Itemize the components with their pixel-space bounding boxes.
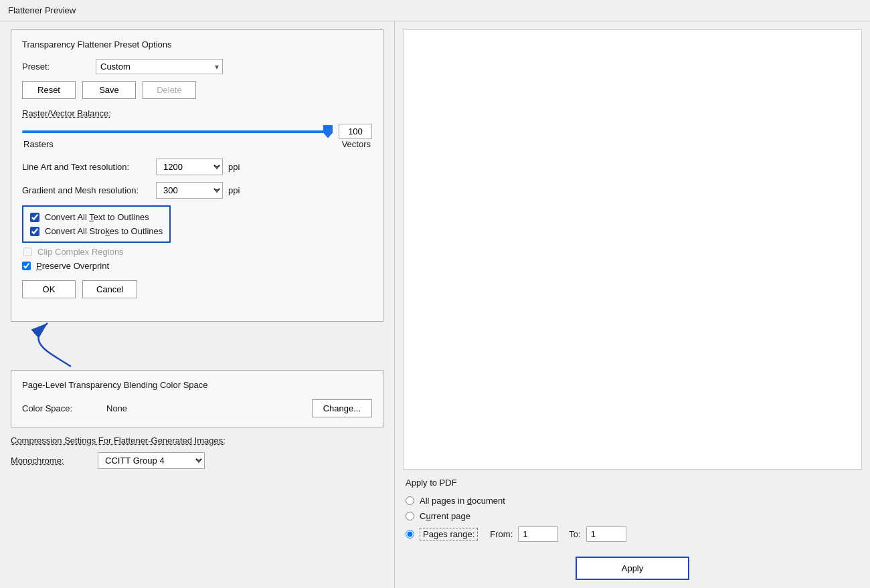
cancel-button[interactable]: Cancel	[82, 280, 137, 298]
color-space-label: Color Space:	[22, 403, 96, 413]
preserve-overprint-checkbox[interactable]	[22, 262, 31, 270]
apply-to-pdf-title: Apply to PDF	[406, 478, 859, 488]
to-label: To:	[569, 529, 580, 539]
all-pages-label[interactable]: All pages in document	[420, 496, 505, 506]
rasters-label: Rasters	[23, 139, 54, 149]
change-button[interactable]: Change...	[312, 399, 372, 417]
raster-vector-section: Raster/Vector Balance: Rasters Vectors	[22, 108, 372, 149]
preset-btn-row: Reset Save Delete	[22, 81, 372, 99]
all-pages-row: All pages in document	[406, 496, 859, 506]
preset-label: Preset:	[22, 62, 96, 72]
convert-text-label[interactable]: Convert All Text to Outlines	[45, 212, 149, 222]
clip-complex-checkbox[interactable]	[23, 248, 32, 256]
convert-strokes-checkbox[interactable]	[30, 227, 39, 236]
save-button[interactable]: Save	[82, 81, 136, 99]
clip-complex-label: Clip Complex Regions	[37, 247, 124, 257]
color-space-section: Page-Level Transparency Blending Color S…	[11, 370, 383, 427]
transparency-section-title: Transparency Flattener Preset Options	[22, 39, 372, 50]
checkbox-section: Convert All Text to Outlines Convert All…	[22, 205, 372, 271]
current-page-label[interactable]: Current page	[420, 511, 470, 521]
convert-strokes-row: Convert All Strokes to Outlines	[30, 226, 163, 236]
from-input[interactable]	[518, 526, 558, 542]
ok-cancel-row: OK Cancel	[22, 280, 372, 298]
convert-text-checkbox[interactable]	[30, 213, 39, 222]
clip-complex-row: Clip Complex Regions	[22, 247, 372, 257]
pages-range-row: Pages range: From: To:	[406, 526, 859, 542]
right-panel: Apply to PDF All pages in document Curre…	[395, 21, 870, 588]
all-pages-radio[interactable]	[406, 496, 414, 505]
transparency-section: Transparency Flattener Preset Options Pr…	[11, 29, 383, 322]
slider-value-input[interactable]	[339, 124, 372, 139]
window-title: Flattener Preview	[8, 5, 76, 15]
current-page-row: Current page	[406, 511, 859, 521]
to-input[interactable]	[586, 526, 626, 542]
monochrome-label: Monochrome:	[11, 456, 98, 466]
preview-area	[403, 29, 862, 470]
monochrome-row: Monochrome: CCITT Group 4 CCITT Group 3 …	[11, 452, 383, 469]
color-space-row: Color Space: None Change...	[22, 399, 372, 417]
arrow-area	[11, 330, 383, 370]
raster-vector-labels: Rasters Vectors	[22, 139, 372, 149]
checkbox-group-box: Convert All Text to Outlines Convert All…	[22, 205, 171, 243]
gradient-unit: ppi	[228, 185, 240, 195]
gradient-select[interactable]: 72 150 300 600 1200	[156, 182, 223, 199]
annotation-arrow	[11, 316, 91, 370]
line-art-label: Line Art and Text resolution:	[22, 162, 156, 172]
pages-range-label: Pages range:	[420, 528, 478, 541]
preserve-overprint-label[interactable]: Preserve Overprint	[36, 261, 109, 271]
slider-thumb[interactable]	[323, 125, 333, 138]
compression-title: Compression Settings For Flattener-Gener…	[11, 435, 383, 446]
gradient-label: Gradient and Mesh resolution:	[22, 185, 156, 195]
left-panel: Transparency Flattener Preset Options Pr…	[0, 21, 395, 588]
reset-button[interactable]: Reset	[22, 81, 76, 99]
slider-fill	[22, 130, 332, 133]
raster-vector-label: Raster/Vector Balance:	[22, 108, 372, 118]
line-art-select-wrapper[interactable]: 72 150 300 600 1200 2400	[156, 159, 223, 175]
convert-strokes-label[interactable]: Convert All Strokes to Outlines	[45, 226, 163, 236]
pages-range-radio[interactable]	[406, 530, 414, 538]
apply-button[interactable]: Apply	[576, 557, 689, 580]
pages-range-label-wrapper[interactable]: Pages range:	[420, 529, 478, 539]
convert-text-row: Convert All Text to Outlines	[30, 212, 163, 222]
apply-btn-row: Apply	[395, 550, 870, 588]
preset-row: Preset: Custom Low Resolution Medium Res…	[22, 59, 372, 74]
delete-button[interactable]: Delete	[143, 81, 196, 99]
line-art-row: Line Art and Text resolution: 72 150 300…	[22, 159, 372, 175]
slider-row	[22, 124, 372, 139]
color-space-value: None	[106, 403, 127, 413]
preserve-overprint-row: Preserve Overprint	[22, 261, 372, 271]
slider-track[interactable]	[22, 130, 332, 133]
monochrome-select[interactable]: CCITT Group 4 CCITT Group 3 ZIP LZW Run …	[98, 452, 205, 469]
title-bar: Flattener Preview	[0, 0, 870, 21]
compression-section: Compression Settings For Flattener-Gener…	[11, 435, 383, 469]
gradient-select-wrapper[interactable]: 72 150 300 600 1200	[156, 182, 223, 199]
ok-button[interactable]: OK	[22, 280, 76, 298]
vectors-label: Vectors	[342, 139, 371, 149]
current-page-radio[interactable]	[406, 512, 414, 520]
gradient-row: Gradient and Mesh resolution: 72 150 300…	[22, 182, 372, 199]
from-label: From:	[490, 529, 513, 539]
monochrome-select-wrapper[interactable]: CCITT Group 4 CCITT Group 3 ZIP LZW Run …	[98, 452, 205, 469]
line-art-unit: ppi	[228, 162, 240, 172]
preset-select-wrapper[interactable]: Custom Low Resolution Medium Resolution …	[96, 59, 223, 74]
color-space-title: Page-Level Transparency Blending Color S…	[22, 380, 372, 390]
preset-select[interactable]: Custom Low Resolution Medium Resolution …	[96, 59, 223, 74]
apply-to-pdf-section: Apply to PDF All pages in document Curre…	[395, 470, 870, 550]
line-art-select[interactable]: 72 150 300 600 1200 2400	[156, 159, 223, 175]
